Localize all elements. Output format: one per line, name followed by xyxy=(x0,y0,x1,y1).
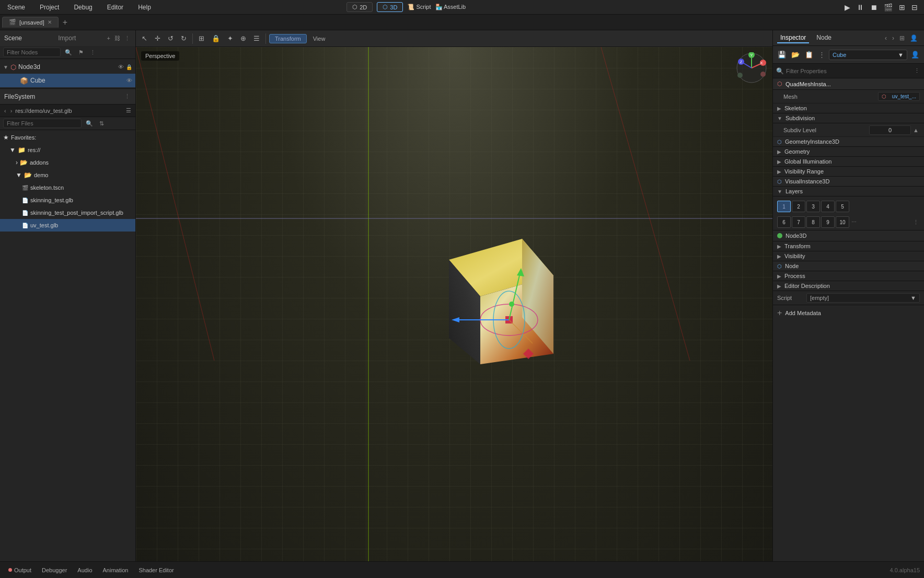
fs-item-skinning2[interactable]: 📄 skinning_test_post_import_script.glb xyxy=(0,206,135,219)
shader-editor-tab[interactable]: Shader Editor xyxy=(134,565,178,575)
menu-editor[interactable]: Editor xyxy=(104,3,126,12)
layer-btn-10[interactable]: 10 xyxy=(836,216,849,228)
node-selector[interactable]: Cube ▼ xyxy=(829,50,907,60)
layer-btn-5[interactable]: 5 xyxy=(836,201,849,212)
node3d-vis-btn[interactable]: 👁 xyxy=(118,64,124,70)
insp-folder-btn[interactable]: 📂 xyxy=(790,49,801,60)
insp-person2-btn[interactable]: 👤 xyxy=(909,49,921,60)
insp-visibility-section[interactable]: ▶ Visibility xyxy=(773,251,924,261)
layer-btn-9[interactable]: 9 xyxy=(821,216,835,228)
geometry-section[interactable]: ▶ Geometry xyxy=(773,147,924,157)
scene-menu-btn[interactable]: ⋮ xyxy=(123,34,131,43)
scene-instance-btn[interactable]: ⛓ xyxy=(113,34,121,43)
scene-add-btn[interactable]: + xyxy=(106,34,111,43)
debugger-tab[interactable]: Debugger xyxy=(38,565,71,575)
btn-2d[interactable]: ⬡ 2D xyxy=(346,2,373,12)
scene-filter-input[interactable] xyxy=(3,48,61,57)
layout-button[interactable]: ⊟ xyxy=(909,2,920,13)
insp-menu-btn[interactable]: ⋮ xyxy=(817,49,827,60)
tree-item-node3d[interactable]: ▼ ⬡ Node3d 👁 🔒 xyxy=(0,60,135,74)
scene-filter-flag[interactable]: ⚑ xyxy=(76,48,86,57)
menu-debug[interactable]: Debug xyxy=(71,3,95,12)
process-section[interactable]: ▶ Process xyxy=(773,271,924,281)
mesh-value[interactable]: ⬡ uv_test_... xyxy=(878,92,920,101)
node3d-header[interactable]: Node3D xyxy=(773,230,924,241)
insp-person-btn[interactable]: 👤 xyxy=(908,33,920,43)
scene-toolbar-menu[interactable]: ⋮ xyxy=(88,48,98,57)
vp-view-btn[interactable]: View xyxy=(309,34,330,43)
geometry-instance-header[interactable]: ⬡ GeometryInstance3D xyxy=(773,137,924,147)
fs-item-uvtest[interactable]: 📄 uv_test.glb xyxy=(0,219,135,232)
vp-move-tool[interactable]: ✛ xyxy=(152,33,163,44)
fs-filter-sort[interactable]: ⇅ xyxy=(97,119,106,128)
skeleton-section[interactable]: ▶ Skeleton xyxy=(773,103,924,113)
subdiv-level-value[interactable]: 0 xyxy=(869,125,911,135)
node-tab[interactable]: Node xyxy=(813,33,835,43)
import-tab[interactable]: Import xyxy=(58,34,76,42)
fs-item-skeleton[interactable]: 🎬 skeleton.tscn xyxy=(0,181,135,194)
remote-button[interactable]: ⊞ xyxy=(897,2,907,13)
movie-button[interactable]: 🎬 xyxy=(882,2,895,13)
fs-item-skinning[interactable]: 📄 skinning_test.glb xyxy=(0,194,135,206)
fs-back-btn[interactable]: ‹ xyxy=(3,107,7,115)
filter-options-btn[interactable]: ⋮ xyxy=(913,66,921,75)
vp-select-tool[interactable]: ↖ xyxy=(139,33,150,44)
filter-properties-input[interactable] xyxy=(786,68,911,74)
animation-tab[interactable]: Animation xyxy=(99,565,133,575)
subdivision-section[interactable]: ▼ Subdivision xyxy=(773,113,924,123)
layers-section-header[interactable]: ▼ Layers xyxy=(773,187,924,196)
layers-more-btn[interactable]: … xyxy=(850,216,858,228)
vp-rotate-tool[interactable]: ↺ xyxy=(165,33,176,44)
vp-more-btn[interactable]: ☰ xyxy=(251,33,262,44)
pause-button[interactable]: ⏸ xyxy=(854,2,866,13)
menu-scene[interactable]: Scene xyxy=(4,3,28,12)
orientation-gizmo[interactable]: X Y Z xyxy=(736,52,767,84)
menu-project[interactable]: Project xyxy=(37,3,62,12)
insp-save-btn[interactable]: 💾 xyxy=(776,49,788,60)
vp-transform-btn[interactable]: Transform xyxy=(269,34,307,43)
insp-history-open-btn[interactable]: 📋 xyxy=(803,49,815,60)
add-metadata-btn[interactable]: + Add Metadata xyxy=(773,305,924,321)
btn-script[interactable]: 📜 Script xyxy=(407,4,431,10)
stop-button[interactable]: ⏹ xyxy=(868,2,880,13)
menu-help[interactable]: Help xyxy=(135,3,154,12)
insp-back-btn[interactable]: ‹ xyxy=(883,33,889,43)
viewport-canvas[interactable]: Perspective xyxy=(136,47,772,561)
tab-close-btn[interactable]: ✕ xyxy=(48,19,52,25)
tab-add-btn[interactable]: + xyxy=(60,18,71,27)
fs-favorites-header[interactable]: ★ Favorites: xyxy=(0,131,135,144)
output-tab[interactable]: Output xyxy=(4,565,36,575)
vp-lock-btn[interactable]: 🔒 xyxy=(209,33,223,44)
layer-btn-8[interactable]: 8 xyxy=(806,216,820,228)
fs-item-addons[interactable]: › 📂 addons xyxy=(0,156,135,169)
node-subheader[interactable]: ⬡ Node xyxy=(773,261,924,271)
layer-btn-7[interactable]: 7 xyxy=(792,216,805,228)
scene-filter-search[interactable]: 🔍 xyxy=(63,48,74,57)
insp-history-btn[interactable]: ⊞ xyxy=(897,33,907,43)
node3d-lock-btn[interactable]: 🔒 xyxy=(126,64,132,70)
layers-more-options[interactable]: ⋮ xyxy=(912,216,920,228)
editor-desc-section[interactable]: ▶ Editor Description xyxy=(773,281,924,291)
script-value[interactable]: [empty] ▼ xyxy=(806,293,920,303)
audio-tab[interactable]: Audio xyxy=(73,565,96,575)
tree-item-cube[interactable]: ▶ 📦 Cube 👁 xyxy=(0,74,135,87)
insp-forward-btn[interactable]: › xyxy=(890,33,896,43)
fs-item-demo[interactable]: ▼ 📂 demo xyxy=(0,169,135,181)
vp-snap-btn[interactable]: ⊞ xyxy=(196,33,207,44)
fs-filter-search[interactable]: 🔍 xyxy=(84,119,95,128)
vp-group-btn[interactable]: ⊕ xyxy=(238,33,249,44)
fs-menu-btn[interactable]: ⋮ xyxy=(123,92,131,101)
inspector-tab[interactable]: Inspector xyxy=(777,33,809,43)
layer-btn-1[interactable]: 1 xyxy=(777,201,791,212)
visibility-range-section[interactable]: ▶ Visibility Range xyxy=(773,167,924,177)
fs-filter-input[interactable] xyxy=(3,119,82,128)
vp-local-btn[interactable]: ✦ xyxy=(225,33,236,44)
fs-forward-btn[interactable]: › xyxy=(9,107,14,115)
layer-btn-2[interactable]: 2 xyxy=(792,201,805,212)
btn-3d[interactable]: ⬡ 3D xyxy=(377,2,403,12)
layer-btn-3[interactable]: 3 xyxy=(806,201,820,212)
layer-btn-6[interactable]: 6 xyxy=(777,216,791,228)
fs-item-res[interactable]: ▼ 📁 res:// xyxy=(0,144,135,156)
play-button[interactable]: ▶ xyxy=(842,2,852,13)
transform-section[interactable]: ▶ Transform xyxy=(773,241,924,251)
